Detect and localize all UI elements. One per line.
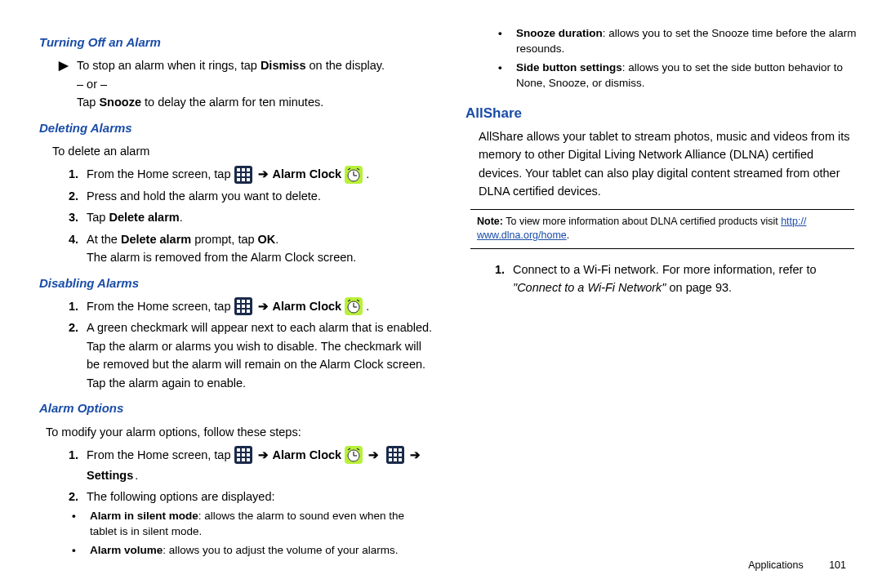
svg-rect-8 [242,178,245,181]
svg-rect-3 [247,168,250,172]
svg-rect-49 [389,448,392,452]
heading-disabling-alarms: Disabling Alarms [39,274,433,292]
svg-rect-34 [242,448,245,452]
bullet-dismiss: ▶ To stop an alarm when it rings, tap Di… [59,56,433,111]
alarm-clock-icon [345,446,363,464]
svg-rect-17 [237,300,240,303]
allshare-paragraph: AllShare allows your tablet to stream ph… [479,127,853,201]
option-snooze-duration: •Snooze duration: allows you to set the … [498,26,859,57]
apps-grid-icon [234,297,252,315]
svg-rect-40 [242,458,245,461]
svg-rect-7 [237,178,240,181]
svg-rect-57 [399,458,402,461]
heading-alarm-options: Alarm Options [39,399,433,417]
apps-grid-icon [234,166,252,184]
svg-rect-33 [237,448,240,452]
heading-deleting-alarms: Deleting Alarms [39,118,433,137]
svg-rect-55 [389,458,392,461]
option-alarm-volume: •Alarm volume: allows you to adjust the … [72,543,433,559]
apps-grid-icon [386,446,404,464]
svg-rect-9 [247,178,250,181]
svg-rect-24 [242,310,245,313]
svg-rect-21 [242,305,245,308]
svg-rect-18 [242,300,245,303]
svg-rect-6 [247,173,250,176]
svg-rect-35 [247,448,250,452]
svg-rect-5 [242,173,245,176]
note-box: Note: To view more information about DLN… [470,209,854,249]
alarm-clock-icon [345,166,363,184]
alarm-clock-icon [345,297,363,315]
arrow-icon: ➔ [258,446,269,464]
arrow-icon: ➔ [258,297,269,315]
disable-step-1: 1. From the Home screen, tap ➔ Alarm Clo… [69,297,433,315]
arrow-icon: ➔ [368,446,379,464]
svg-rect-22 [247,305,250,308]
arrow-icon: ➔ [410,446,421,464]
svg-rect-39 [237,458,240,461]
delete-intro: To delete an alarm [52,142,433,160]
delete-step-4: 4. At the Delete alarm prompt, tap OK. T… [69,230,433,267]
svg-rect-1 [237,168,240,172]
page-number: 101 [829,559,846,571]
options-step-2: 2. The following options are displayed: [69,488,433,506]
svg-rect-51 [399,448,402,452]
footer-section: Applications [748,559,803,571]
svg-rect-2 [242,168,245,172]
svg-rect-25 [247,310,250,313]
delete-step-1: 1. From the Home screen, tap ➔ Alarm Clo… [69,165,433,183]
options-step-1: 1. From the Home screen, tap ➔ Alarm Clo… [69,446,433,484]
heading-turning-off-alarm: Turning Off an Alarm [39,33,433,51]
svg-rect-36 [237,453,240,457]
disable-step-2: 2. A green checkmark will appear next to… [69,318,433,392]
option-silent-mode: •Alarm in silent mode: allows the alarm … [72,509,433,540]
svg-rect-19 [247,300,250,303]
svg-rect-20 [237,305,240,308]
svg-rect-52 [389,453,392,457]
delete-step-3: 3. Tap Delete alarm. [69,208,433,226]
apps-grid-icon [234,446,252,464]
svg-rect-50 [394,448,397,452]
arrow-bullet-icon: ▶ [59,56,70,111]
svg-rect-4 [237,173,240,176]
svg-rect-53 [394,453,397,457]
option-side-button: •Side button settings: allows you to set… [498,60,859,91]
page-footer: Applications 101 [748,558,846,573]
allshare-step-1: 1. Connect to a Wi-Fi network. For more … [495,261,859,297]
svg-rect-37 [242,453,245,457]
svg-rect-41 [247,458,250,461]
svg-rect-56 [394,458,397,461]
delete-step-2: 2. Press and hold the alarm you want to … [69,187,433,205]
svg-rect-23 [237,310,240,313]
arrow-icon: ➔ [258,165,269,183]
svg-rect-38 [247,453,250,457]
options-intro: To modify your alarm options, follow the… [46,423,433,441]
heading-allshare: AllShare [466,103,859,124]
svg-rect-54 [399,453,402,457]
